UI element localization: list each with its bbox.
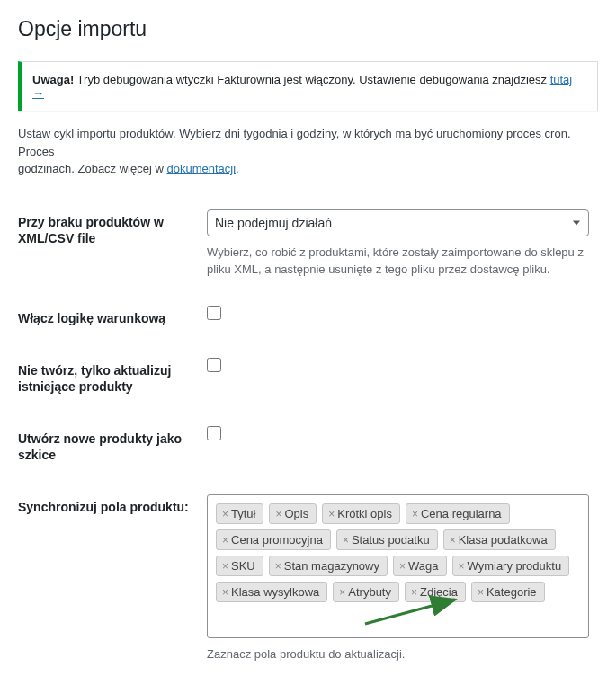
sync-field-tag[interactable]: ×Wymiary produktu — [452, 556, 570, 576]
debug-notice: Uwaga! Tryb debugowania wtyczki Fakturow… — [18, 61, 598, 111]
tag-remove-icon[interactable]: × — [222, 560, 228, 573]
intro-text: Ustaw cykl importu produktów. Wybierz dn… — [18, 125, 598, 178]
sync-field-tag[interactable]: ×Opis — [269, 503, 317, 524]
page-title: Opcje importu — [18, 9, 598, 45]
documentation-link[interactable]: dokumentacji — [166, 162, 236, 175]
tag-label: Klasa wysyłkowa — [231, 585, 319, 599]
sync-field-tag[interactable]: ×Krótki opis — [322, 503, 400, 524]
intro-line1: Ustaw cykl importu produktów. Wybierz dn… — [18, 127, 571, 158]
missing-products-description: Wybierz, co robić z produktami, które zo… — [207, 244, 589, 279]
sync-field-tag[interactable]: ×Kategorie — [471, 582, 545, 602]
sync-fields-tags-container[interactable]: ×Tytuł×Opis×Krótki opis×Cena regularna×C… — [207, 494, 589, 638]
sync-field-tag[interactable]: ×Stan magazynowy — [269, 556, 388, 576]
tag-remove-icon[interactable]: × — [478, 586, 484, 599]
sync-field-tag[interactable]: ×Tytuł — [216, 503, 263, 524]
intro-line2: godzinach. Zobacz więcej w — [18, 162, 166, 175]
sync-field-tag[interactable]: ×SKU — [216, 556, 263, 576]
sync-field-tag[interactable]: ×Zdjęcia — [405, 582, 466, 602]
sync-field-tag[interactable]: ×Klasa podatkowa — [443, 529, 556, 550]
sync-field-tag[interactable]: ×Cena promocyjna — [216, 529, 331, 550]
tag-remove-icon[interactable]: × — [459, 560, 465, 573]
tag-remove-icon[interactable]: × — [222, 534, 228, 547]
tag-remove-icon[interactable]: × — [339, 586, 345, 599]
tag-label: Kategorie — [487, 585, 537, 599]
sync-field-tag[interactable]: ×Waga — [393, 556, 447, 576]
sync-field-tag[interactable]: ×Atrybuty — [333, 582, 399, 602]
tag-label: Klasa podatkowa — [459, 533, 548, 547]
tag-remove-icon[interactable]: × — [222, 586, 228, 599]
tag-label: Tytuł — [231, 507, 255, 520]
missing-products-label: Przy braku produktów w XML/CSV file — [18, 196, 198, 292]
tag-label: Opis — [285, 507, 309, 520]
sync-field-tag[interactable]: ×Cena regularna — [406, 503, 510, 524]
tag-remove-icon[interactable]: × — [411, 586, 417, 599]
tag-remove-icon[interactable]: × — [328, 508, 335, 520]
sync-fields-label: Synchronizuj pola produktu: — [18, 481, 198, 676]
tag-label: Waga — [408, 559, 438, 573]
tag-label: Wymiary produktu — [468, 559, 562, 573]
missing-products-select[interactable]: Nie podejmuj działań — [207, 209, 589, 236]
update-only-checkbox[interactable] — [207, 358, 221, 372]
tag-remove-icon[interactable]: × — [450, 534, 456, 547]
tag-label: SKU — [231, 559, 255, 573]
tag-remove-icon[interactable]: × — [275, 560, 281, 573]
tag-remove-icon[interactable]: × — [275, 508, 281, 520]
create-drafts-label: Utwórz nowe produkty jako szkice — [18, 413, 198, 481]
sync-field-tag[interactable]: ×Status podatku — [336, 529, 438, 550]
tag-label: Cena regularna — [421, 507, 502, 520]
tag-label: Stan magazynowy — [284, 559, 379, 573]
sync-field-tag[interactable]: ×Klasa wysyłkowa — [216, 582, 327, 602]
tag-remove-icon[interactable]: × — [222, 508, 228, 520]
conditional-logic-checkbox[interactable] — [207, 306, 221, 320]
svg-line-1 — [365, 600, 455, 624]
tag-remove-icon[interactable]: × — [412, 508, 418, 520]
sync-fields-description: Zaznacz pola produktu do aktualizacji. — [207, 645, 589, 663]
create-drafts-checkbox[interactable] — [207, 426, 221, 440]
tag-label: Cena promocyjna — [231, 533, 323, 547]
notice-strong: Uwaga! — [32, 73, 74, 86]
tag-label: Zdjęcia — [420, 585, 458, 599]
tag-label: Krótki opis — [337, 507, 392, 520]
notice-text: Tryb debugowania wtyczki Fakturownia jes… — [74, 73, 549, 86]
tag-label: Atrybuty — [348, 585, 391, 599]
tag-label: Status podatku — [352, 533, 430, 547]
conditional-logic-label: Włącz logikę warunkową — [18, 292, 198, 344]
tag-remove-icon[interactable]: × — [399, 560, 406, 573]
tag-remove-icon[interactable]: × — [343, 534, 349, 547]
update-only-label: Nie twórz, tylko aktualizuj istniejące p… — [18, 344, 198, 413]
